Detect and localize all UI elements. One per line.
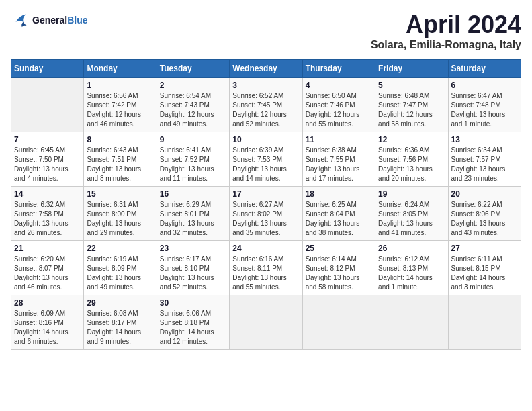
day-cell: 28Sunrise: 6:09 AM Sunset: 8:16 PM Dayli…: [11, 295, 84, 350]
day-number: 24: [232, 244, 299, 253]
day-info: Sunrise: 6:16 AM Sunset: 8:11 PM Dayligh…: [232, 255, 299, 292]
day-info: Sunrise: 6:52 AM Sunset: 7:45 PM Dayligh…: [232, 91, 299, 129]
day-number: 19: [378, 189, 445, 199]
month-title: April 2024: [371, 11, 521, 39]
day-number: 11: [306, 135, 372, 144]
column-header-thursday: Thursday: [302, 60, 375, 78]
day-info: Sunrise: 6:34 AM Sunset: 7:57 PM Dayligh…: [451, 146, 518, 183]
day-number: 22: [87, 244, 153, 253]
day-number: 30: [160, 298, 226, 308]
day-number: 26: [378, 244, 445, 253]
day-info: Sunrise: 6:06 AM Sunset: 8:18 PM Dayligh…: [160, 309, 226, 347]
day-cell: 13Sunrise: 6:34 AM Sunset: 7:57 PM Dayli…: [448, 132, 521, 187]
day-cell: 15Sunrise: 6:31 AM Sunset: 8:00 PM Dayli…: [84, 187, 157, 241]
column-header-friday: Friday: [375, 60, 448, 78]
day-cell: 24Sunrise: 6:16 AM Sunset: 8:11 PM Dayli…: [230, 241, 302, 295]
day-cell: 2Sunrise: 6:54 AM Sunset: 7:43 PM Daylig…: [157, 78, 229, 132]
day-number: 21: [14, 244, 81, 253]
day-info: Sunrise: 6:22 AM Sunset: 8:06 PM Dayligh…: [451, 200, 518, 238]
column-header-sunday: Sunday: [11, 60, 84, 78]
day-number: 20: [451, 189, 518, 199]
day-cell: 21Sunrise: 6:20 AM Sunset: 8:07 PM Dayli…: [11, 241, 84, 295]
day-number: 10: [232, 135, 299, 144]
day-info: Sunrise: 6:32 AM Sunset: 7:58 PM Dayligh…: [14, 200, 81, 238]
column-header-monday: Monday: [84, 60, 157, 78]
day-info: Sunrise: 6:38 AM Sunset: 7:55 PM Dayligh…: [306, 146, 372, 183]
day-number: 6: [451, 81, 518, 90]
day-number: 28: [14, 298, 81, 308]
day-info: Sunrise: 6:20 AM Sunset: 8:07 PM Dayligh…: [14, 255, 81, 292]
day-cell: 10Sunrise: 6:39 AM Sunset: 7:53 PM Dayli…: [230, 132, 302, 187]
title-area: April 2024 Solara, Emilia-Romagna, Italy: [371, 11, 521, 51]
day-cell: 22Sunrise: 6:19 AM Sunset: 8:09 PM Dayli…: [84, 241, 157, 295]
day-cell: 1Sunrise: 6:56 AM Sunset: 7:42 PM Daylig…: [84, 78, 157, 132]
day-cell: 30Sunrise: 6:06 AM Sunset: 8:18 PM Dayli…: [157, 295, 229, 350]
day-info: Sunrise: 6:29 AM Sunset: 8:01 PM Dayligh…: [160, 200, 226, 238]
day-cell: 12Sunrise: 6:36 AM Sunset: 7:56 PM Dayli…: [375, 132, 448, 187]
column-header-tuesday: Tuesday: [157, 60, 229, 78]
day-info: Sunrise: 6:24 AM Sunset: 8:05 PM Dayligh…: [378, 200, 445, 238]
location-subtitle: Solara, Emilia-Romagna, Italy: [371, 39, 521, 51]
day-info: Sunrise: 6:50 AM Sunset: 7:46 PM Dayligh…: [306, 91, 372, 129]
day-number: 5: [378, 81, 445, 90]
day-cell: 18Sunrise: 6:25 AM Sunset: 8:04 PM Dayli…: [302, 187, 375, 241]
day-number: 15: [87, 189, 153, 199]
day-cell: 14Sunrise: 6:32 AM Sunset: 7:58 PM Dayli…: [11, 187, 84, 241]
day-number: 18: [306, 189, 372, 199]
day-info: Sunrise: 6:41 AM Sunset: 7:52 PM Dayligh…: [160, 146, 226, 183]
day-info: Sunrise: 6:47 AM Sunset: 7:48 PM Dayligh…: [451, 91, 518, 129]
week-row-5: 28Sunrise: 6:09 AM Sunset: 8:16 PM Dayli…: [11, 295, 521, 350]
logo-icon: [11, 11, 30, 30]
day-number: 29: [87, 298, 153, 308]
day-number: 1: [87, 81, 153, 90]
logo-text: GeneralBlue: [32, 15, 87, 26]
day-cell: 11Sunrise: 6:38 AM Sunset: 7:55 PM Dayli…: [302, 132, 375, 187]
day-info: Sunrise: 6:14 AM Sunset: 8:12 PM Dayligh…: [306, 255, 372, 292]
day-cell: 23Sunrise: 6:17 AM Sunset: 8:10 PM Dayli…: [157, 241, 229, 295]
day-cell: 16Sunrise: 6:29 AM Sunset: 8:01 PM Dayli…: [157, 187, 229, 241]
day-cell: 20Sunrise: 6:22 AM Sunset: 8:06 PM Dayli…: [448, 187, 521, 241]
day-cell: 5Sunrise: 6:48 AM Sunset: 7:47 PM Daylig…: [375, 78, 448, 132]
day-cell: 3Sunrise: 6:52 AM Sunset: 7:45 PM Daylig…: [230, 78, 302, 132]
page-header: GeneralBlue April 2024 Solara, Emilia-Ro…: [11, 11, 521, 51]
day-number: 12: [378, 135, 445, 144]
day-number: 9: [160, 135, 226, 144]
day-cell: 6Sunrise: 6:47 AM Sunset: 7:48 PM Daylig…: [448, 78, 521, 132]
day-number: 7: [14, 135, 81, 144]
day-info: Sunrise: 6:39 AM Sunset: 7:53 PM Dayligh…: [232, 146, 299, 183]
day-number: 8: [87, 135, 153, 144]
day-cell: 29Sunrise: 6:08 AM Sunset: 8:17 PM Dayli…: [84, 295, 157, 350]
day-info: Sunrise: 6:56 AM Sunset: 7:42 PM Dayligh…: [87, 91, 153, 129]
day-number: 14: [14, 189, 81, 199]
day-number: 25: [306, 244, 372, 253]
day-number: 17: [232, 189, 299, 199]
column-header-saturday: Saturday: [448, 60, 521, 78]
day-number: 13: [451, 135, 518, 144]
day-info: Sunrise: 6:36 AM Sunset: 7:56 PM Dayligh…: [378, 146, 445, 183]
day-number: 27: [451, 244, 518, 253]
day-number: 2: [160, 81, 226, 90]
day-cell: [302, 295, 375, 350]
day-cell: [375, 295, 448, 350]
day-info: Sunrise: 6:54 AM Sunset: 7:43 PM Dayligh…: [160, 91, 226, 129]
day-info: Sunrise: 6:27 AM Sunset: 8:02 PM Dayligh…: [232, 200, 299, 238]
day-info: Sunrise: 6:48 AM Sunset: 7:47 PM Dayligh…: [378, 91, 445, 129]
day-info: Sunrise: 6:17 AM Sunset: 8:10 PM Dayligh…: [160, 255, 226, 292]
week-row-2: 7Sunrise: 6:45 AM Sunset: 7:50 PM Daylig…: [11, 132, 521, 187]
day-number: 4: [306, 81, 372, 90]
column-header-wednesday: Wednesday: [230, 60, 302, 78]
day-cell: [230, 295, 302, 350]
day-cell: 7Sunrise: 6:45 AM Sunset: 7:50 PM Daylig…: [11, 132, 84, 187]
week-row-3: 14Sunrise: 6:32 AM Sunset: 7:58 PM Dayli…: [11, 187, 521, 241]
day-info: Sunrise: 6:09 AM Sunset: 8:16 PM Dayligh…: [14, 309, 81, 347]
calendar-table: SundayMondayTuesdayWednesdayThursdayFrid…: [11, 59, 521, 350]
day-cell: 8Sunrise: 6:43 AM Sunset: 7:51 PM Daylig…: [84, 132, 157, 187]
day-info: Sunrise: 6:19 AM Sunset: 8:09 PM Dayligh…: [87, 255, 153, 292]
day-number: 16: [160, 189, 226, 199]
day-info: Sunrise: 6:31 AM Sunset: 8:00 PM Dayligh…: [87, 200, 153, 238]
day-info: Sunrise: 6:11 AM Sunset: 8:15 PM Dayligh…: [451, 255, 518, 292]
day-cell: 19Sunrise: 6:24 AM Sunset: 8:05 PM Dayli…: [375, 187, 448, 241]
day-info: Sunrise: 6:25 AM Sunset: 8:04 PM Dayligh…: [306, 200, 372, 238]
week-row-1: 1Sunrise: 6:56 AM Sunset: 7:42 PM Daylig…: [11, 78, 521, 132]
day-info: Sunrise: 6:08 AM Sunset: 8:17 PM Dayligh…: [87, 309, 153, 347]
